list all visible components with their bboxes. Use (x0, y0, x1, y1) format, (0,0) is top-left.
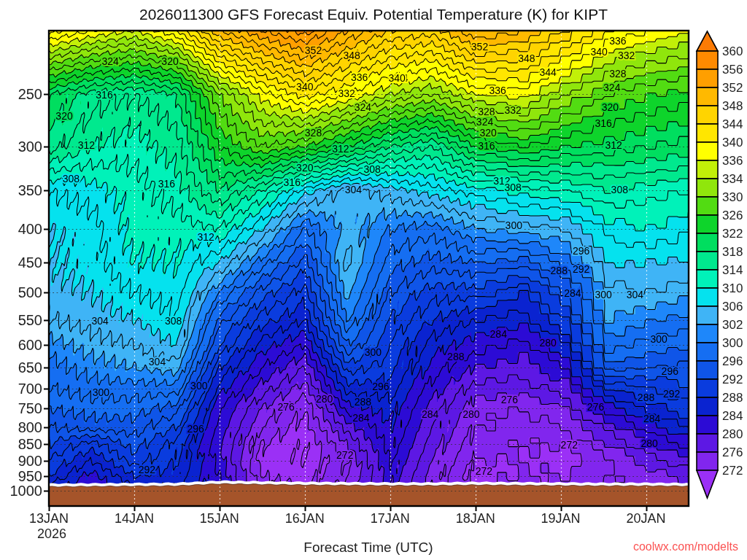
colorbar-arrow-down (697, 470, 718, 498)
time-tick-label: 18JAN (446, 511, 505, 526)
colorbar-tick-label: 336 (722, 154, 747, 168)
colorbar-cell (697, 306, 718, 324)
time-tick-label: 15JAN (190, 511, 249, 526)
colorbar-cell (697, 215, 718, 233)
colorbar-tick-label: 288 (722, 391, 747, 405)
pressure-tick-label: 650 (4, 359, 42, 376)
pressure-tick-label: 500 (4, 284, 42, 301)
colorbar-tick-label: 272 (722, 464, 747, 478)
time-tick-label: 14JAN (105, 511, 163, 526)
colorbar-arrow-up (697, 31, 718, 51)
pressure-tick-label: 300 (4, 139, 42, 155)
colorbar-cell (697, 324, 718, 343)
colorbar-tick-label: 314 (722, 263, 747, 278)
colorbar-cell (697, 88, 718, 106)
colorbar-cell (697, 124, 718, 142)
pressure-tick-label: 800 (4, 419, 42, 436)
pressure-tick-label: 400 (4, 221, 42, 238)
colorbar-tick-label: 348 (722, 99, 747, 114)
page-title: 2026011300 GFS Forecast Equiv. Potential… (0, 6, 747, 23)
pressure-tick-label: 550 (4, 312, 42, 329)
colorbar-cell (697, 51, 718, 69)
colorbar-cell (697, 434, 718, 452)
colorbar-cell (697, 252, 718, 270)
colorbar-cell (697, 397, 718, 416)
time-tick-label: 13JAN (20, 511, 78, 526)
colorbar-tick-label: 318 (722, 245, 747, 260)
colorbar-cell (697, 452, 718, 470)
colorbar-cell (697, 361, 718, 379)
contour-plot-canvas (0, 0, 747, 560)
colorbar-tick-label: 326 (722, 209, 747, 223)
colorbar-tick-label: 276 (722, 446, 747, 460)
x-axis-title: Forecast Time (UTC) (204, 540, 533, 556)
theta-e-cross-section-figure: 2026011300 GFS Forecast Equiv. Potential… (0, 0, 747, 560)
colorbar-cell (697, 343, 718, 361)
colorbar-tick-label: 322 (722, 227, 747, 241)
colorbar-tick-label: 292 (722, 373, 747, 387)
pressure-tick-label: 350 (4, 182, 42, 199)
colorbar-tick-label: 352 (722, 81, 747, 96)
colorbar-tick-label: 296 (722, 354, 747, 369)
pressure-tick-label: 250 (4, 86, 42, 103)
pressure-tick-label: 900 (4, 453, 42, 470)
colorbar-cell (697, 379, 718, 397)
colorbar-cell (697, 69, 718, 88)
colorbar-tick-label: 280 (722, 427, 747, 442)
time-tick-label: 19JAN (532, 511, 590, 526)
pressure-tick-label: 700 (4, 381, 42, 397)
colorbar (692, 29, 722, 510)
year-label: 2026 (23, 526, 81, 542)
time-tick-label: 20JAN (617, 511, 676, 526)
colorbar-tick-label: 284 (722, 409, 747, 424)
colorbar-cell (697, 160, 718, 179)
colorbar-cell (697, 270, 718, 288)
colorbar-cell (697, 142, 718, 160)
colorbar-tick-label: 310 (722, 281, 747, 296)
colorbar-tick-label: 300 (722, 336, 747, 351)
colorbar-tick-label: 306 (722, 300, 747, 314)
colorbar-cell (697, 106, 718, 124)
colorbar-tick-label: 302 (722, 318, 747, 332)
pressure-tick-label: 750 (4, 400, 42, 417)
pressure-tick-label: 600 (4, 337, 42, 354)
colorbar-cell (697, 197, 718, 215)
watermark-link[interactable]: coolwx.com/modelts (519, 540, 738, 553)
time-tick-label: 16JAN (276, 511, 334, 526)
colorbar-cell (697, 233, 718, 252)
colorbar-tick-label: 340 (722, 136, 747, 150)
colorbar-tick-label: 344 (722, 117, 747, 132)
colorbar-tick-label: 334 (722, 172, 747, 187)
pressure-tick-label: 450 (4, 254, 42, 271)
colorbar-cell (697, 179, 718, 197)
pressure-tick-label: 1000 (4, 483, 42, 499)
time-tick-label: 17JAN (361, 511, 419, 526)
colorbar-cell (697, 416, 718, 434)
pressure-tick-label: 850 (4, 436, 42, 453)
colorbar-cell (697, 288, 718, 306)
colorbar-tick-label: 360 (722, 44, 747, 59)
colorbar-tick-label: 330 (722, 190, 747, 205)
colorbar-tick-label: 356 (722, 63, 747, 77)
